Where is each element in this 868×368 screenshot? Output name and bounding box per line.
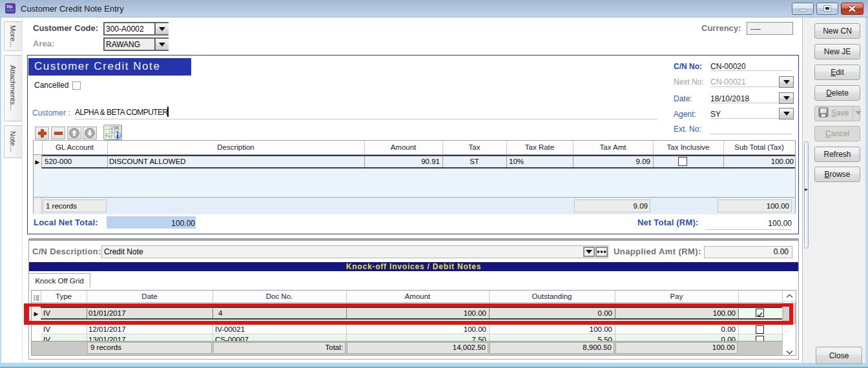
svg-text:2.546: 2.546 bbox=[111, 126, 119, 130]
svg-text:T = 2: T = 2 bbox=[105, 134, 113, 138]
